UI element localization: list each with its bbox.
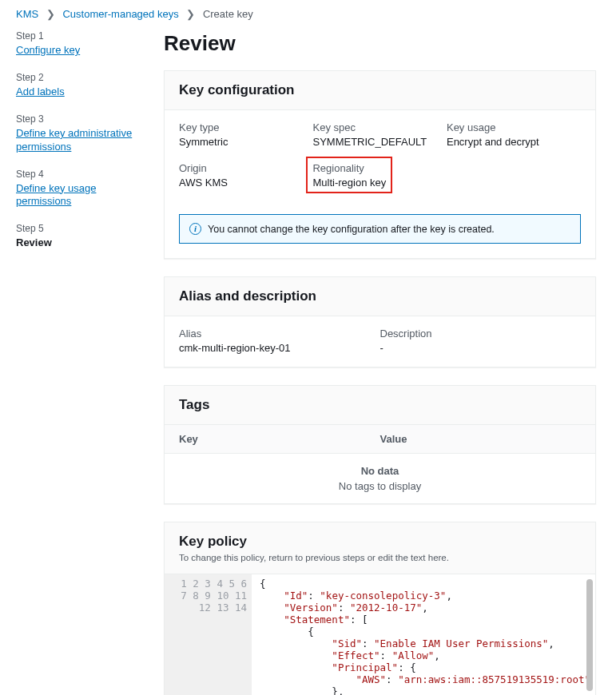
tags-column-key: Key xyxy=(179,433,380,445)
key-spec-label: Key spec xyxy=(312,121,438,133)
step-number: Step 5 xyxy=(16,223,140,234)
key-configuration-panel: Key configuration Key type Symmetric Key… xyxy=(164,70,596,259)
no-data-heading: No data xyxy=(165,454,595,480)
line-numbers-gutter: 1 2 3 4 5 6 7 8 9 10 11 12 13 14 xyxy=(165,574,252,695)
step-define-admin-permissions[interactable]: Define key administrative permissions xyxy=(16,127,140,154)
breadcrumb-kms[interactable]: KMS xyxy=(16,8,38,20)
wizard-steps-sidebar: Step 1 Configure key Step 2 Add labels S… xyxy=(0,26,148,695)
regionality-label: Regionality xyxy=(312,162,386,174)
key-usage-value: Encrypt and decrypt xyxy=(447,136,572,148)
step-number: Step 4 xyxy=(16,169,140,180)
policy-subtext: To change this policy, return to previou… xyxy=(179,553,581,562)
chevron-right-icon: ❯ xyxy=(186,8,195,20)
alias-description-panel: Alias and description Alias cmk-multi-re… xyxy=(164,276,596,367)
policy-code-editor[interactable]: 1 2 3 4 5 6 7 8 9 10 11 12 13 14 { "Id":… xyxy=(165,574,595,695)
description-value: - xyxy=(380,342,582,354)
panel-heading: Key policy xyxy=(179,534,581,550)
info-banner: i You cannot change the key configuratio… xyxy=(179,214,581,244)
regionality-value: Multi-region key xyxy=(312,177,386,189)
step-add-labels[interactable]: Add labels xyxy=(16,85,65,99)
page-title: Review xyxy=(164,31,596,56)
tags-column-value: Value xyxy=(380,433,582,445)
origin-value: AWS KMS xyxy=(179,177,304,189)
step-review: Review xyxy=(16,236,52,248)
panel-heading: Alias and description xyxy=(179,288,581,304)
breadcrumb-current: Create key xyxy=(203,8,253,20)
panel-heading: Key configuration xyxy=(179,82,581,98)
no-tags-text: No tags to display xyxy=(165,480,595,503)
step-number: Step 3 xyxy=(16,113,140,125)
breadcrumb: KMS ❯ Customer-managed keys ❯ Create key xyxy=(0,0,616,26)
step-define-usage-permissions[interactable]: Define key usage permissions xyxy=(16,182,140,209)
scrollbar[interactable] xyxy=(586,579,594,695)
key-usage-label: Key usage xyxy=(447,121,572,133)
chevron-right-icon: ❯ xyxy=(46,8,55,20)
alias-label: Alias xyxy=(179,328,380,340)
scrollbar-thumb[interactable] xyxy=(586,579,594,691)
tags-panel: Tags Key Value No data No tags to displa… xyxy=(164,385,596,504)
code-lines[interactable]: { "Id": "key-consolepolicy-3", "Version"… xyxy=(252,574,595,695)
step-number: Step 2 xyxy=(16,72,140,83)
regionality-highlight: Regionality Multi-region key xyxy=(306,157,392,193)
key-spec-value: SYMMETRIC_DEFAULT xyxy=(312,136,438,148)
description-label: Description xyxy=(380,328,582,340)
key-policy-panel: Key policy To change this policy, return… xyxy=(164,522,596,695)
info-icon: i xyxy=(189,223,201,235)
origin-label: Origin xyxy=(179,162,304,174)
alias-value: cmk-multi-region-key-01 xyxy=(179,342,380,354)
key-type-value: Symmetric xyxy=(179,136,304,148)
step-configure-key[interactable]: Configure key xyxy=(16,44,80,58)
panel-heading: Tags xyxy=(179,397,581,413)
key-type-label: Key type xyxy=(179,121,304,133)
info-text: You cannot change the key configuration … xyxy=(208,224,495,235)
step-number: Step 1 xyxy=(16,30,140,42)
breadcrumb-customer-managed-keys[interactable]: Customer-managed keys xyxy=(62,8,178,20)
